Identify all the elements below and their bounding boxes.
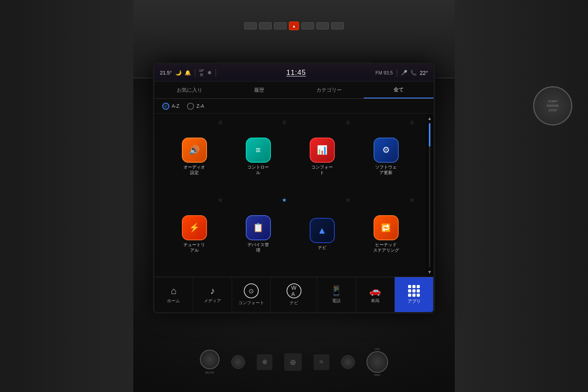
- nav-comfort-label: コンフォート: [238, 300, 264, 306]
- scroll-thumb: [429, 123, 430, 147]
- vent-ctrl-5[interactable]: [316, 22, 329, 29]
- apps-grid-icon: [408, 285, 420, 297]
- hazard-button[interactable]: ▲: [289, 22, 299, 30]
- fan-speed[interactable]: ⊕: [284, 353, 302, 371]
- app-label-device: デバイス管理: [247, 242, 269, 253]
- vent-ctrl-2[interactable]: [259, 22, 272, 29]
- moon-icon: 🌙: [175, 70, 181, 76]
- app-icon-audio: 🔊: [182, 138, 207, 163]
- star-audio[interactable]: ☆: [218, 119, 223, 125]
- app-control[interactable]: ☆ ≡ コントロール: [226, 118, 290, 195]
- app-label-tutorial: チュートリアル: [183, 242, 205, 253]
- outside-temp: 19° 外: [199, 69, 205, 77]
- scrollbar: ▲ ▼: [426, 114, 434, 277]
- clock-display[interactable]: 11:45: [220, 69, 372, 77]
- engine-start-button[interactable]: STARTENGINESTOP: [533, 86, 572, 125]
- temp-display: 21.5°: [160, 70, 172, 76]
- vehicle-icon: 🚗: [369, 285, 381, 296]
- climate-knob-1[interactable]: [231, 355, 245, 369]
- nav-vehicle[interactable]: 🚗 車両: [356, 277, 395, 312]
- notification-icon[interactable]: 🔔: [185, 70, 191, 76]
- sort-za[interactable]: Z-A: [187, 103, 204, 110]
- sort-za-radio[interactable]: [187, 103, 194, 110]
- sort-az[interactable]: ✓ A-Z: [162, 103, 179, 110]
- infotainment-screen: 21.5° 🌙 🔔 19° 外 ❄ 11:45 FM 93.5 🎤 📞 22°: [153, 63, 435, 314]
- vent-ctrl-3[interactable]: [274, 22, 287, 29]
- comfort-circle-icon: ⊙: [244, 283, 259, 298]
- nav-media-label: メディア: [204, 298, 221, 304]
- apps-grid: ☆ 🔊 オーディオ設定 ☆ ≡ コントロール ☆: [154, 114, 426, 277]
- tab-history[interactable]: 履歴: [224, 82, 294, 98]
- mute-button[interactable]: [200, 350, 220, 369]
- nav-wanabi[interactable]: WA ナビ: [271, 277, 318, 312]
- app-icon-comfort: 📊: [310, 138, 335, 163]
- nav-apps-label: アプリ: [408, 298, 421, 304]
- nav-phone-label: 電話: [332, 298, 341, 304]
- star-tutorial[interactable]: ☆: [218, 197, 223, 203]
- app-navi[interactable]: ☆ ▲ ナビ: [290, 195, 354, 273]
- temp-right-display: 22°: [420, 70, 428, 76]
- star-heated[interactable]: ☆: [410, 197, 415, 203]
- mic-icon[interactable]: 🎤: [401, 70, 407, 76]
- app-icon-control: ≡: [246, 138, 271, 163]
- star-comfort[interactable]: ☆: [346, 119, 351, 125]
- phone-nav-icon: 📱: [330, 285, 342, 296]
- vent-ctrl-4[interactable]: [301, 22, 314, 29]
- star-device[interactable]: ★: [282, 197, 287, 203]
- scroll-up[interactable]: ▲: [427, 116, 432, 121]
- vent-ctrl-6[interactable]: [331, 22, 344, 29]
- bottom-nav: ⌂ ホーム ♪ メディア ⊙ コンフォート WA: [154, 277, 434, 312]
- home-icon: ⌂: [171, 285, 177, 296]
- app-heated[interactable]: ☆ 🔁 ヒーテッドステアリング: [354, 195, 418, 273]
- nav-apps[interactable]: アプリ: [395, 277, 434, 312]
- dashboard-left: [0, 0, 133, 392]
- dashboard-right: STARTENGINESTOP: [455, 0, 588, 392]
- app-label-control: コントロール: [247, 164, 269, 176]
- media-icon: ♪: [210, 285, 215, 296]
- climate-knob-2[interactable]: [341, 355, 355, 369]
- divider-1: [195, 69, 195, 77]
- radio-display: FM 93.5: [376, 70, 393, 76]
- tab-all[interactable]: 全て: [364, 82, 434, 98]
- app-audio[interactable]: ☆ 🔊 オーディオ設定: [162, 118, 226, 195]
- app-label-navi: ナビ: [318, 245, 327, 250]
- divider-3: [397, 69, 397, 77]
- nav-comfort[interactable]: ⊙ コンフォート: [232, 277, 271, 312]
- apps-area: ☆ 🔊 オーディオ設定 ☆ ≡ コントロール ☆: [154, 114, 434, 277]
- volume-knob[interactable]: [367, 351, 388, 373]
- app-comfort[interactable]: ☆ 📊 コンフォート: [290, 118, 354, 195]
- app-icon-device: 📋: [246, 215, 271, 240]
- phone-icon[interactable]: 📞: [410, 70, 417, 76]
- star-navi[interactable]: ☆: [346, 197, 351, 203]
- scroll-down[interactable]: ▼: [427, 269, 432, 275]
- fan-control[interactable]: ❄: [257, 354, 272, 370]
- nav-home[interactable]: ⌂ ホーム: [154, 277, 193, 312]
- nav-phone[interactable]: 📱 電話: [317, 277, 356, 312]
- app-label-comfort: コンフォート: [311, 164, 333, 176]
- app-tutorial[interactable]: ☆ ⚡ チュートリアル: [162, 195, 226, 273]
- star-software[interactable]: ☆: [410, 119, 415, 125]
- divider-2: [216, 69, 216, 77]
- car-interior: STARTENGINESTOP ▲ MUTE ❄ ⊕ ≈ VOL: [0, 0, 588, 392]
- app-label-audio: オーディオ設定: [183, 164, 205, 176]
- app-label-heated: ヒーテッドステアリング: [373, 242, 399, 253]
- app-icon-heated: 🔁: [374, 215, 399, 240]
- sort-az-radio[interactable]: ✓: [162, 103, 169, 110]
- sort-bar: ✓ A-Z Z-A: [154, 99, 434, 114]
- star-control[interactable]: ☆: [282, 119, 287, 125]
- tab-bar: お気に入り 履歴 カテゴリー 全て: [154, 82, 434, 99]
- app-icon-navi: ▲: [310, 218, 335, 243]
- nav-vehicle-label: 車両: [371, 298, 379, 304]
- nav-wanabi-label: ナビ: [290, 300, 298, 306]
- app-icon-tutorial: ⚡: [182, 215, 207, 240]
- tab-favorites[interactable]: お気に入り: [154, 82, 224, 98]
- tab-category[interactable]: カテゴリー: [294, 82, 364, 98]
- scroll-track[interactable]: [429, 123, 430, 267]
- vent-ctrl-1[interactable]: [244, 22, 257, 29]
- climate-icon: ❄: [207, 70, 212, 76]
- app-software[interactable]: ☆ ⚙ ソフトウェア更新: [354, 118, 418, 195]
- navi-circle-icon: WA: [287, 283, 301, 298]
- vent-direction[interactable]: ≈: [314, 354, 329, 370]
- nav-media[interactable]: ♪ メディア: [193, 277, 232, 312]
- app-device[interactable]: ★ 📋 デバイス管理: [226, 195, 290, 273]
